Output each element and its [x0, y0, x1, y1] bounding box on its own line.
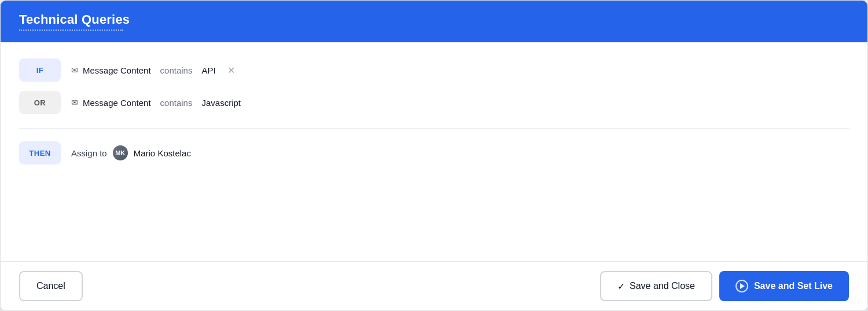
modal-footer: Cancel ✓ Save and Close Save and Set Liv… [1, 261, 867, 310]
footer-right: ✓ Save and Close Save and Set Live [600, 271, 849, 301]
avatar: MK [113, 145, 128, 160]
modal-container: Technical Queries IF ✉ Message Content c… [0, 0, 868, 311]
then-content: Assign to MK Mario Kostelac [71, 145, 191, 160]
if-condition-content: ✉ Message Content contains API ✕ [71, 65, 235, 76]
or-field-name: Message Content [83, 98, 151, 108]
save-live-button[interactable]: Save and Set Live [719, 271, 849, 301]
play-circle-icon [735, 280, 748, 292]
save-close-label: Save and Close [630, 281, 695, 291]
conditions-section: IF ✉ Message Content contains API ✕ OR ✉ [19, 58, 849, 129]
title-underline [19, 30, 123, 31]
or-field-label: ✉ Message Content [71, 98, 151, 108]
then-badge: THEN [19, 141, 61, 164]
if-field-label: ✉ Message Content [71, 65, 151, 75]
or-value: Javascript [201, 98, 241, 108]
modal-body: IF ✉ Message Content contains API ✕ OR ✉ [1, 42, 867, 261]
condition-row-or: OR ✉ Message Content contains Javascript [19, 91, 849, 114]
cancel-label: Cancel [36, 281, 65, 291]
if-badge: IF [19, 58, 61, 82]
then-section: THEN Assign to MK Mario Kostelac [19, 129, 849, 164]
or-operator: contains [160, 98, 193, 108]
avatar-initials: MK [115, 149, 125, 156]
checkmark-icon: ✓ [617, 281, 625, 292]
modal-title: Technical Queries [19, 12, 849, 27]
or-badge: OR [19, 91, 61, 114]
avatar-image: MK [113, 145, 128, 160]
or-condition-content: ✉ Message Content contains Javascript [71, 98, 241, 108]
condition-row-if: IF ✉ Message Content contains API ✕ [19, 58, 849, 82]
play-triangle [740, 283, 745, 289]
if-operator: contains [160, 65, 193, 75]
assignee-name: Mario Kostelac [134, 148, 191, 158]
modal-header: Technical Queries [1, 1, 867, 42]
if-value: API [201, 65, 215, 75]
assign-label: Assign to [71, 148, 107, 158]
envelope-icon-or: ✉ [71, 98, 78, 107]
if-field-name: Message Content [83, 65, 151, 75]
if-close-icon[interactable]: ✕ [227, 65, 235, 76]
save-live-label: Save and Set Live [754, 281, 833, 291]
envelope-icon-if: ✉ [71, 65, 78, 75]
save-close-button[interactable]: ✓ Save and Close [600, 271, 712, 301]
cancel-button[interactable]: Cancel [19, 271, 83, 301]
